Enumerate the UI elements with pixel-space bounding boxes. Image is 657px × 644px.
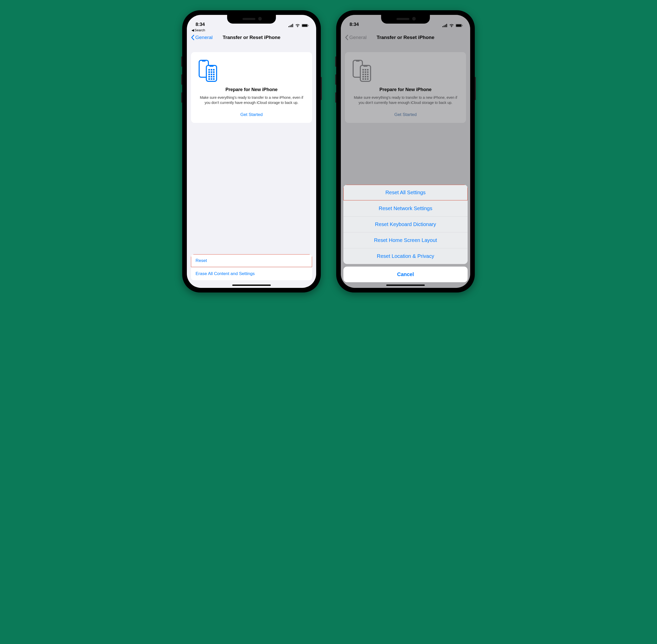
svg-rect-6: [308, 25, 309, 26]
svg-rect-1: [290, 25, 291, 27]
get-started-button[interactable]: Get Started: [197, 112, 307, 117]
sheet-reset-network[interactable]: Reset Network Settings: [343, 200, 468, 216]
svg-rect-21: [211, 76, 212, 77]
svg-rect-18: [211, 74, 212, 75]
nav-back-button[interactable]: General: [191, 34, 213, 40]
svg-rect-3: [292, 24, 293, 27]
erase-all-button[interactable]: Erase All Content and Settings: [191, 267, 312, 280]
card-desc: Make sure everything's ready to transfer…: [197, 95, 307, 106]
battery-icon: [301, 24, 309, 27]
sheet-cancel-button[interactable]: Cancel: [343, 267, 468, 282]
sheet-reset-keyboard[interactable]: Reset Keyboard Dictionary: [343, 216, 468, 232]
nav-title: Transfer or Reset iPhone: [223, 34, 280, 40]
iphone-right: 8:34 ◀Search General Transfer or R: [336, 10, 475, 293]
svg-rect-14: [208, 71, 210, 73]
reset-action-sheet: Reset All Settings Reset Network Setting…: [343, 185, 468, 282]
chevron-left-icon: [191, 34, 194, 40]
card-title: Prepare for New iPhone: [197, 87, 307, 92]
reset-button[interactable]: Reset: [191, 254, 312, 267]
home-indicator[interactable]: [232, 284, 271, 286]
cellular-icon: [289, 24, 294, 27]
reset-options-list: Reset Erase All Content and Settings: [191, 254, 312, 280]
transfer-phones-icon: [197, 59, 307, 82]
breadcrumb-back[interactable]: ◀ Search: [187, 28, 316, 32]
iphone-left: 8:34 ◀ Search General Transf: [182, 10, 321, 293]
svg-rect-22: [213, 76, 214, 77]
wifi-icon: [295, 24, 300, 27]
svg-rect-15: [211, 71, 212, 73]
svg-rect-20: [208, 76, 210, 77]
svg-rect-0: [289, 26, 289, 27]
svg-rect-12: [211, 69, 212, 71]
sheet-reset-location-privacy[interactable]: Reset Location & Privacy: [343, 248, 468, 264]
status-time: 8:34: [196, 22, 205, 27]
svg-rect-10: [209, 65, 213, 67]
svg-rect-25: [213, 78, 214, 80]
device-notch: [381, 15, 430, 24]
svg-rect-13: [213, 69, 214, 71]
svg-rect-2: [291, 25, 292, 27]
device-notch: [227, 15, 276, 24]
home-indicator[interactable]: [386, 284, 425, 286]
nav-back-label: General: [195, 34, 213, 40]
sheet-reset-all-settings[interactable]: Reset All Settings: [343, 185, 468, 200]
svg-rect-23: [208, 78, 210, 80]
svg-rect-24: [211, 78, 212, 80]
prepare-card: Prepare for New iPhone Make sure everyth…: [191, 52, 312, 123]
svg-rect-11: [208, 69, 210, 71]
svg-rect-19: [213, 74, 214, 75]
svg-rect-5: [302, 24, 308, 27]
svg-rect-8: [202, 60, 206, 62]
caret-left-icon: ◀: [191, 28, 194, 32]
nav-bar: General Transfer or Reset iPhone: [187, 32, 316, 43]
svg-rect-17: [208, 74, 210, 75]
svg-rect-16: [213, 71, 214, 73]
sheet-reset-home-layout[interactable]: Reset Home Screen Layout: [343, 232, 468, 248]
breadcrumb-label: Search: [195, 28, 205, 32]
